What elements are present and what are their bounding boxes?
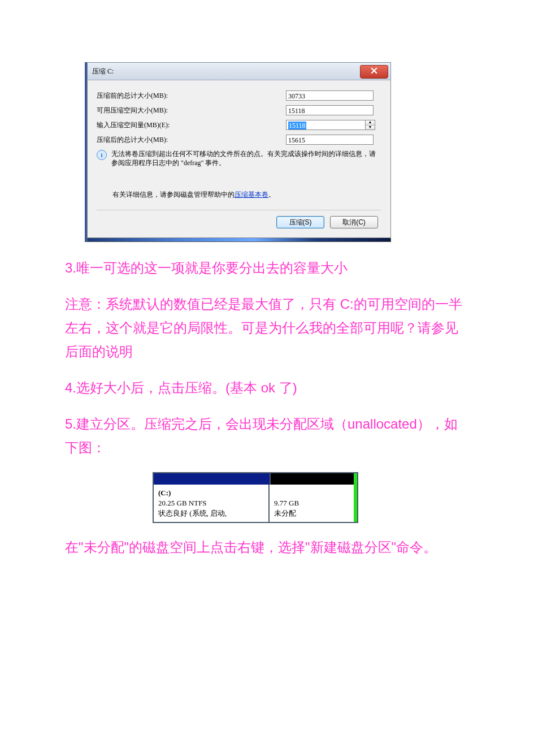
step-5-text: 5.建立分区。压缩完之后，会出现未分配区域（unallocated），如下图：	[65, 412, 469, 460]
shrink-amount-value: 15118	[288, 122, 306, 129]
size-after-value: 15615	[286, 135, 374, 145]
partition-c-size: 20.25 GB NTFS	[158, 498, 264, 508]
partition-bar-edge	[354, 473, 357, 485]
dialog-body: 压缩前的总计大小(MB): 30733 可用压缩空间大小(MB): 15118 …	[87, 80, 391, 238]
partition-c-label: (C:)	[158, 488, 264, 498]
help-prefix: 有关详细信息，请参阅磁盘管理帮助中的	[112, 191, 235, 198]
dialog-button-row: 压缩(S) 取消(C)	[97, 210, 381, 232]
size-before-label: 压缩前的总计大小(MB):	[97, 91, 286, 101]
step-3-text: 3.唯一可选的这一项就是你要分出去的容量大小	[65, 256, 469, 280]
partition-edge-cell	[354, 485, 357, 522]
shrink-dialog: 压缩 C: 压缩前的总计大小(MB): 30733 可用压缩空间大小(MB): …	[85, 62, 391, 242]
dialog-bottom-strip	[87, 238, 391, 242]
spin-buttons[interactable]: ▲ ▼	[365, 120, 375, 130]
help-suffix: 。	[268, 191, 275, 198]
shrink-amount-input[interactable]: 15118 ▲ ▼	[286, 120, 375, 130]
note-text: 注意：系统默认的数值已经是最大值了，只有 C:的可用空间的一半左右，这个就是它的…	[65, 292, 469, 364]
shrink-button[interactable]: 压缩(S)	[276, 216, 324, 228]
help-line: 有关详细信息，请参阅磁盘管理帮助中的压缩基本卷。	[112, 190, 381, 200]
instruction-text: 在"未分配"的磁盘空间上点击右键，选择"新建磁盘分区"命令。	[65, 535, 469, 559]
avail-space-label: 可用压缩空间大小(MB):	[97, 106, 286, 115]
help-link[interactable]: 压缩基本卷	[235, 191, 268, 198]
size-before-value: 30733	[286, 90, 374, 101]
partition-unallocated-cell[interactable]: 9.77 GB 未分配	[270, 485, 354, 522]
dialog-title: 压缩 C:	[92, 67, 114, 76]
close-button[interactable]	[360, 65, 388, 79]
spin-down-icon[interactable]: ▼	[366, 126, 375, 130]
partition-unallocated-label: 未分配	[274, 508, 349, 519]
disk-map: (C:) 20.25 GB NTFS 状态良好 (系统, 启动, 9.77 GB…	[153, 472, 358, 523]
partition-c-status: 状态良好 (系统, 启动,	[158, 508, 264, 519]
info-text: 无法将卷压缩到超出任何不可移动的文件所在的点。有关完成该操作时间的详细信息，请参…	[111, 149, 381, 167]
dialog-titlebar: 压缩 C:	[87, 62, 391, 80]
partition-bar-c	[154, 473, 271, 485]
partition-bar-unallocated	[271, 473, 354, 485]
info-message: i 无法将卷压缩到超出任何不可移动的文件所在的点。有关完成该操作时间的详细信息，…	[97, 149, 381, 167]
step-4-text: 4.选好大小后，点击压缩。(基本 ok 了)	[65, 376, 469, 400]
shrink-amount-label: 输入压缩空间量(MB)(E):	[97, 120, 286, 130]
avail-space-value: 15118	[286, 105, 374, 115]
partition-unallocated-size: 9.77 GB	[274, 498, 349, 508]
size-after-label: 压缩后的总计大小(MB):	[97, 135, 286, 145]
close-icon	[371, 67, 377, 76]
cancel-button[interactable]: 取消(C)	[330, 216, 378, 228]
info-icon: i	[97, 150, 107, 160]
partition-c-cell[interactable]: (C:) 20.25 GB NTFS 状态良好 (系统, 启动,	[154, 485, 270, 522]
